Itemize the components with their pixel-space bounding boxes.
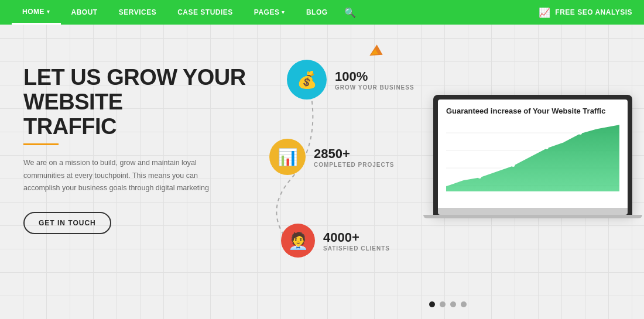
stat-clients: 🧑‍💼 4000+ SATISFIED CLIENTS	[281, 224, 390, 258]
dot-3[interactable]	[450, 301, 456, 307]
laptop-screen-title: Guaranteed increase of Your Website Traf…	[446, 107, 619, 115]
svg-point-6	[545, 146, 549, 149]
stat-label-business: Grow your business	[335, 84, 415, 91]
nav-item-home[interactable]: HOME ▾	[12, 0, 61, 25]
stat-circle-projects: 📊	[269, 139, 306, 175]
hero-description: We are on a mission to build, grow and m…	[23, 157, 222, 194]
svg-point-5	[512, 163, 515, 167]
growth-chart-svg	[446, 121, 619, 191]
laptop-bottom	[423, 215, 642, 218]
hero-section: LET US GROW YOUR WEBSITE TRAFFIC We are …	[0, 25, 644, 319]
stat-circle-business: 💰	[287, 60, 327, 100]
stat-number-clients: 4000+	[323, 230, 390, 245]
dot-1[interactable]	[429, 301, 435, 307]
growth-chart	[446, 121, 619, 191]
stat-label-clients: SATISFIED CLIENTS	[323, 245, 390, 252]
hero-content-right: 💰 100% Grow your business 📊 2850+ COMPLE…	[252, 25, 644, 319]
laptop-mockup: Guaranteed increase of Your Website Traf…	[433, 95, 632, 218]
chevron-down-icon: ▾	[47, 9, 50, 15]
laptop-base	[438, 208, 628, 215]
nav-links: HOME ▾ ABOUT SERVICES CASE STUDIES PAGES…	[12, 0, 362, 25]
chart-icon: 📈	[539, 7, 551, 18]
chart-bar-icon: 📊	[278, 148, 298, 167]
money-bag-icon: 💰	[297, 70, 317, 90]
person-icon: 🧑‍💼	[288, 231, 309, 251]
nav-item-case-studies[interactable]: CASE STUDIES	[167, 0, 244, 25]
carousel-dots	[429, 301, 467, 307]
nav-item-about[interactable]: ABOUT	[61, 0, 108, 25]
title-underline	[23, 143, 59, 145]
chevron-down-icon: ▾	[282, 9, 285, 15]
hero-content-left: LET US GROW YOUR WEBSITE TRAFFIC We are …	[0, 25, 252, 319]
stat-text-projects: 2850+ COMPLETED PROJECTS	[314, 146, 394, 168]
navbar: HOME ▾ ABOUT SERVICES CASE STUDIES PAGES…	[0, 0, 644, 25]
nav-cta[interactable]: 📈 FREE SEO ANALYSIS	[539, 7, 632, 18]
svg-point-4	[478, 175, 481, 179]
stat-projects: 📊 2850+ COMPLETED PROJECTS	[269, 139, 394, 175]
stat-text-business: 100% Grow your business	[335, 69, 415, 91]
hero-title-line2: TRAFFIC	[23, 115, 252, 139]
get-in-touch-button[interactable]: GET IN TOUCH	[23, 212, 111, 234]
nav-item-services[interactable]: SERVICES	[108, 0, 167, 25]
hero-title-line1: LET US GROW YOUR WEBSITE	[23, 66, 252, 115]
stat-text-clients: 4000+ SATISFIED CLIENTS	[323, 230, 390, 252]
dot-4[interactable]	[461, 301, 467, 307]
nav-item-pages[interactable]: PAGES ▾	[244, 0, 296, 25]
nav-item-blog[interactable]: BLOG	[296, 0, 338, 25]
paper-plane-icon	[366, 44, 382, 60]
svg-point-7	[578, 131, 582, 135]
stat-business: 💰 100% Grow your business	[287, 60, 415, 100]
stat-label-projects: COMPLETED PROJECTS	[314, 162, 394, 168]
laptop-screen-inner: Guaranteed increase of Your Website Traf…	[438, 100, 628, 208]
stat-circle-clients: 🧑‍💼	[281, 224, 315, 258]
search-icon[interactable]: 🔍	[338, 7, 362, 18]
stat-number-business: 100%	[335, 69, 415, 84]
laptop-screen-outer: Guaranteed increase of Your Website Traf…	[433, 95, 632, 215]
dot-2[interactable]	[440, 301, 446, 307]
stat-number-projects: 2850+	[314, 146, 394, 162]
